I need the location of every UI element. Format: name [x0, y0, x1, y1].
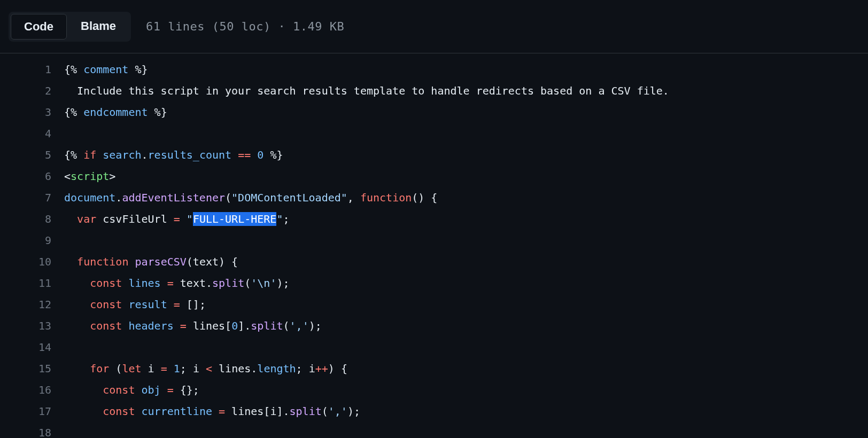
code-token [96, 148, 103, 161]
code-token: i [309, 362, 315, 375]
code-token: 0 [257, 148, 264, 161]
code-token: %} [148, 106, 167, 119]
line-number[interactable]: 7 [0, 187, 51, 208]
code-token [225, 405, 231, 418]
code-line: for (let i = 1; i < lines.length; i++) { [64, 358, 868, 379]
code-token: . [115, 191, 122, 204]
code-token: lines [231, 405, 264, 418]
view-tabs: Code Blame [9, 12, 131, 42]
code-token: ); [347, 405, 360, 418]
code-token [199, 362, 206, 375]
line-number[interactable]: 16 [0, 379, 51, 401]
code-token: const [90, 298, 122, 311]
code-token: FULL-URL-HERE [193, 212, 277, 226]
code-token [64, 277, 90, 290]
code-content[interactable]: {% comment %} Include this script in you… [64, 59, 868, 438]
code-token: headers [128, 319, 173, 332]
code-line: document.addEventListener("DOMContentLoa… [64, 187, 868, 208]
code-line: const headers = lines[0].split(','); [64, 315, 868, 337]
code-line: const lines = text.split('\n'); [64, 272, 868, 294]
code-token: = [174, 213, 180, 225]
code-token [128, 255, 135, 268]
code-token: ]. [238, 319, 251, 332]
line-number[interactable]: 11 [0, 272, 51, 294]
code-token: 0 [231, 319, 238, 332]
code-token: const [90, 277, 122, 290]
line-number[interactable]: 15 [0, 358, 51, 379]
code-token: const [90, 319, 122, 332]
line-number[interactable]: 3 [0, 101, 51, 123]
code-token: if [83, 148, 96, 161]
line-number[interactable]: 14 [0, 337, 51, 358]
line-number[interactable]: 10 [0, 251, 51, 272]
code-token: csvFileUrl [103, 213, 167, 225]
code-token: = [174, 298, 180, 311]
line-number[interactable]: 5 [0, 144, 51, 166]
file-info: 61 lines (50 loc) · 1.49 KB [146, 20, 344, 33]
line-number[interactable]: 6 [0, 166, 51, 187]
code-token [64, 384, 103, 396]
code-token [122, 319, 128, 332]
code-token [135, 405, 141, 418]
code-token: > [109, 170, 115, 183]
line-number[interactable]: 2 [0, 80, 51, 101]
code-token [187, 319, 193, 332]
code-token: Include this script in your search resul… [64, 84, 669, 97]
code-token: const [103, 405, 135, 418]
code-line: const result = []; [64, 294, 868, 315]
line-number[interactable]: 1 [0, 59, 51, 80]
code-token: addEventListener [122, 191, 225, 204]
file-header: Code Blame 61 lines (50 loc) · 1.49 KB [0, 0, 868, 53]
code-token: {% [64, 106, 83, 119]
code-token: " [187, 213, 193, 225]
code-token: length [257, 362, 296, 375]
code-token: comment [83, 63, 128, 76]
code-token: [ [264, 405, 270, 418]
line-number[interactable]: 12 [0, 294, 51, 315]
line-number[interactable]: 4 [0, 123, 51, 144]
code-token [142, 362, 148, 375]
code-line: var csvFileUrl = "FULL-URL-HERE"; [64, 208, 868, 230]
code-token [64, 255, 77, 268]
code-line: {% if search.results_count == 0 %} [64, 144, 868, 166]
code-token: lines [193, 319, 225, 332]
code-token: . [142, 148, 148, 161]
code-token: currentline [142, 405, 212, 418]
tab-blame[interactable]: Blame [68, 14, 129, 40]
code-token: ); [309, 319, 322, 332]
code-token: () { [412, 191, 437, 204]
code-line [64, 422, 868, 438]
line-number[interactable]: 17 [0, 401, 51, 422]
code-token: []; [180, 298, 206, 311]
code-token: i [193, 362, 199, 375]
code-token [64, 298, 90, 311]
code-token: [ [225, 319, 231, 332]
code-token: ',' [328, 405, 347, 418]
code-token [251, 148, 257, 161]
line-number[interactable]: 18 [0, 422, 51, 438]
code-token: lines [219, 362, 251, 375]
code-token: == [238, 148, 251, 161]
code-token: = [219, 405, 225, 418]
code-token: search [103, 148, 141, 161]
code-line: Include this script in your search resul… [64, 80, 868, 101]
code-token: ( [283, 319, 290, 332]
code-token [174, 277, 180, 290]
code-token: for [90, 362, 109, 375]
code-token: let [122, 362, 141, 375]
line-number[interactable]: 13 [0, 315, 51, 337]
code-token: ( [244, 277, 251, 290]
code-token: , [347, 191, 360, 204]
code-token [154, 362, 161, 375]
line-number[interactable]: 8 [0, 208, 51, 230]
code-token: . [251, 362, 257, 375]
code-line: {% comment %} [64, 59, 868, 80]
line-number[interactable]: 9 [0, 230, 51, 251]
code-token: = [180, 319, 187, 332]
code-line [64, 230, 868, 251]
tab-code[interactable]: Code [11, 14, 67, 40]
code-token [161, 277, 167, 290]
code-token [64, 362, 90, 375]
code-token: i [148, 362, 154, 375]
code-token: split [290, 405, 322, 418]
